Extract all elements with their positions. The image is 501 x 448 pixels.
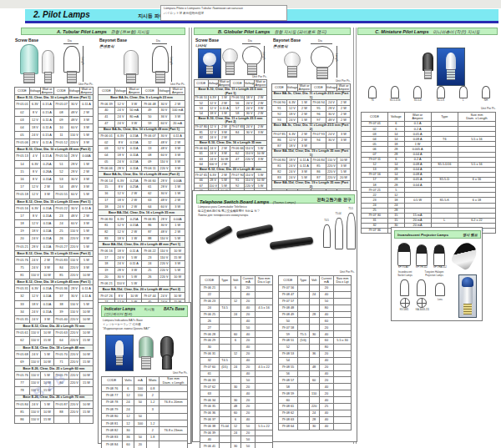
cell: 09: [53, 116, 68, 123]
table-row: 79 05 016.3V0.15 A79 05 0730 V0.11 A: [15, 101, 94, 108]
cell: [334, 423, 352, 430]
cell: [334, 397, 352, 404]
cell: [219, 345, 230, 351]
table-row: 86110 V15 W: [15, 415, 94, 423]
table-row: 79 08 533620: [279, 350, 352, 357]
cell: [68, 415, 79, 423]
column-header: Voltage: [158, 88, 170, 95]
table-row: 79 06 21620: [200, 285, 273, 292]
cell: [158, 280, 170, 287]
cell: 220 V: [326, 175, 337, 181]
cell: 110 V: [326, 157, 337, 163]
cell: 51: [53, 160, 68, 168]
cell: 81: [15, 272, 30, 279]
translation-box: Lámpara Piloto o Lámpares Tubular Лампоч…: [160, 5, 287, 21]
cell: 60: [279, 397, 298, 404]
cell: 18: [99, 261, 115, 268]
cell: 50: [134, 413, 146, 420]
cell: 30: [122, 427, 134, 434]
cell: [141, 280, 158, 287]
cell: 8 V: [29, 176, 40, 184]
table-row: 1812 V0.11A2460 V3 W: [15, 219, 94, 227]
cell: 0.11 A: [41, 123, 54, 131]
cell: 60 V: [68, 123, 79, 131]
table-header-row: CODEVoltageWatt or AmpereCODEVoltageWatt…: [195, 80, 267, 88]
miniature-type-drawing: S5.5-D16: [385, 86, 405, 102]
table-header-row: CODEVoltageWatt or AmpereCODEVoltageWatt…: [15, 88, 94, 95]
unit-per-pc-label: Unit Per Pc.: [101, 371, 188, 375]
cell: 79 08 49: [279, 311, 298, 318]
table-group-row: Base BA-9s, Clear, Dia. 11 x Length 23.5…: [272, 92, 351, 99]
cell: 79 06 21: [99, 280, 115, 287]
cell: 48 V: [158, 139, 170, 146]
table-row: 9112 V2 W9528 V2 W: [272, 105, 351, 111]
cell: [297, 423, 309, 430]
cell: [297, 370, 309, 377]
table-row: 79 06 354820: [200, 404, 273, 410]
cell: 79 05 70: [53, 350, 68, 358]
cell: 48: [309, 364, 319, 370]
table-row: 79 05 316.3V0.15A79 05 3628 V0.11 A: [15, 285, 94, 293]
b-screw-table: CODEVoltageWatt or AmpereCODEVoltageWatt…: [194, 79, 267, 204]
cell: 3 W: [337, 137, 351, 143]
column-header: Volts: [122, 377, 134, 385]
table-row: 79 05 0628 V0.11 A79 05 12220 V3 W: [15, 139, 94, 147]
header-rule: [25, 21, 498, 23]
cell: 3 W: [298, 169, 311, 175]
cell: 0.04A: [170, 178, 185, 184]
cell: 5.5 x 30: [334, 338, 352, 345]
cell: 5 W: [80, 191, 94, 199]
cell: 79 07 36: [362, 228, 388, 233]
cell: 110 V: [29, 371, 40, 379]
cell: 0.11A: [127, 146, 142, 153]
cell: 0.04A: [170, 216, 185, 223]
column-header: Voltage: [68, 88, 79, 95]
group-header: Base E-26, Clear, Dia. 25 x Length 60 mm: [15, 365, 94, 371]
cell: 15 W: [80, 380, 94, 387]
ba7s-lamp-photo: [105, 335, 134, 371]
cell: 1 W: [298, 118, 311, 123]
cell: 85: [53, 272, 68, 279]
table-header-row: CODETypeVoltCurrent mASize mm Dia x Lgt: [279, 276, 352, 285]
cell: 79 08 48: [279, 305, 298, 311]
cell: 79 08 78: [102, 399, 123, 405]
cell: 40: [319, 397, 333, 404]
cell: 20: [240, 350, 255, 357]
cell: 6.3V: [114, 133, 127, 139]
cell: 95: [311, 105, 326, 111]
table-group-row: Base BA-9s, Clear, Dia. 10 x Length 28 m…: [99, 172, 185, 178]
cell: 79 05 76: [15, 371, 30, 379]
cell: [297, 384, 309, 390]
table-row: 79 06 231220: [200, 298, 273, 305]
cell: 0.04A: [80, 153, 94, 160]
cell: 110: [134, 392, 146, 399]
cell: 0.11 A: [80, 204, 94, 212]
cell: 0.26A: [41, 168, 54, 175]
cell: [256, 430, 273, 436]
table-row: 79 05 134 V0.15 A79 05 5028 V0.04A: [15, 153, 94, 160]
cell: 79 07 93: [311, 131, 326, 137]
cell: 100: [134, 420, 146, 426]
table-row: 1612 V2 W6230 V1 W: [99, 190, 185, 197]
b-bayonet-korean-label: 콘센트식: [273, 44, 288, 48]
table-row: 1718 V2 W6348 V2 W: [99, 197, 185, 204]
cell: 24 V: [326, 131, 337, 137]
cell: 2 W: [298, 105, 311, 111]
column-header: CODE: [15, 88, 30, 95]
cell: [53, 415, 68, 423]
cell: 10 W: [170, 274, 185, 280]
cell: 20: [240, 384, 255, 390]
table-row: 79 06 8018 V0.11 A79 06 84110 V10 W: [272, 157, 351, 163]
cell: [256, 325, 273, 331]
cell: 24: [230, 311, 240, 318]
table-row: 79 06 366020: [200, 410, 273, 416]
cell: 48 V: [68, 116, 79, 123]
projector-caption-1: Incandescent Socket Lamps: [395, 270, 415, 277]
cell: 220 V: [326, 163, 337, 169]
cell: 3 W: [170, 146, 185, 153]
projector-header: Incandescent Projector Lamps 영사 램프: [394, 230, 481, 239]
group-header: Base BA-9s, Clear, Dia. 11 x Length 23.5…: [272, 92, 351, 99]
cell: 83: [99, 235, 115, 242]
cell: 59: [279, 331, 298, 338]
cell: 3 W: [41, 316, 54, 324]
